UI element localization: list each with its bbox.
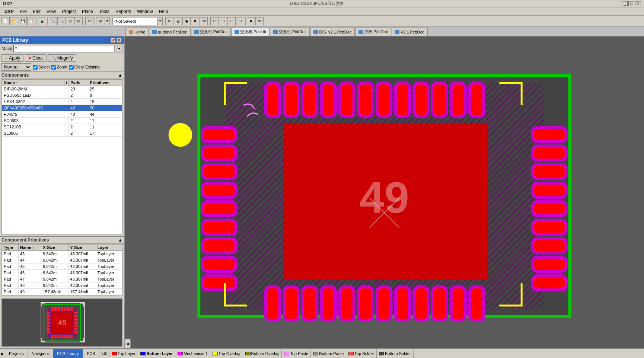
close-button[interactable]: ✕	[635, 1, 641, 6]
text-btn[interactable]: A	[191, 17, 199, 25]
component-row[interactable]: DIP-20-2MM2025	[2, 86, 122, 92]
primitive-row[interactable]: Pad459.842mil43.307milTopLayer	[2, 263, 122, 270]
layer-bottom-overlay[interactable]: Bottom Overlay	[243, 349, 282, 358]
clear-existing-checkbox-item[interactable]: Clear Existing	[69, 65, 100, 70]
col-pads[interactable]: Pads	[69, 80, 88, 86]
zoom-checkbox[interactable]	[51, 65, 56, 70]
document-selector[interactable]: (Not Saved)	[112, 17, 157, 25]
open-btn[interactable]: 📂	[10, 17, 18, 25]
tab-qudong[interactable]: qudong.PcbDoc	[149, 28, 190, 36]
col-primitives[interactable]: Primitives	[88, 80, 122, 86]
layer-mech1[interactable]: Mechanical 1	[175, 349, 210, 358]
col-name[interactable]: Name ↑	[2, 80, 64, 86]
statusbar-scroll-left[interactable]: ▶	[0, 349, 5, 358]
tab-pinban[interactable]: 拼板.PcbDoc	[355, 28, 391, 36]
save-btn[interactable]: 💾	[19, 17, 27, 25]
redo2-btn[interactable]: ↪	[236, 17, 244, 25]
layer-bottom-solder[interactable]: Bottom Solder	[377, 349, 414, 358]
mask-input[interactable]	[13, 45, 115, 52]
fill-btn[interactable]: ■	[247, 17, 255, 25]
menu-dxp[interactable]: DXP	[1, 8, 17, 15]
apply-button[interactable]: ✓ Apply	[1, 54, 23, 62]
primitive-row[interactable]: Pad49157.48mil157.48milTopLayer	[2, 289, 122, 295]
primitive-row[interactable]: Pad449.842mil43.307milTopLayer	[2, 257, 122, 263]
prim-col-xsize[interactable]: X-Size	[41, 244, 68, 251]
mask-dropdown-button[interactable]: ▼	[116, 45, 122, 52]
tab-projects[interactable]: Projects	[5, 349, 28, 358]
grid-dropdown[interactable]: ▼	[105, 17, 110, 25]
layer-bottom-paste[interactable]: Bottom Paste	[311, 349, 346, 358]
menu-help[interactable]: Help	[156, 8, 171, 15]
tab-navigator[interactable]: Navigator	[28, 349, 53, 358]
layer-indicator-ls[interactable]: LS	[99, 349, 109, 358]
layer-top-solder[interactable]: Top Solder	[346, 349, 377, 358]
component-row[interactable]: SL0805217	[2, 130, 122, 137]
filter-mode-select[interactable]: Normal Advanced	[1, 63, 31, 71]
undo-btn[interactable]: ↩	[210, 17, 219, 25]
saveall-btn[interactable]: 📋	[27, 17, 35, 25]
clear-button[interactable]: ✕ Clear	[25, 54, 47, 62]
component-row[interactable]: SC0603217	[2, 118, 122, 124]
primitives-collapse-icon[interactable]: ▲	[118, 237, 122, 243]
menu-file[interactable]: File	[17, 8, 30, 15]
menu-edit[interactable]: Edit	[30, 8, 44, 15]
menu-project[interactable]: Project	[59, 8, 79, 15]
panel-close-button[interactable]: ✕	[117, 38, 122, 43]
menu-place[interactable]: Place	[79, 8, 96, 15]
component-row[interactable]: HSX4-0302415	[2, 99, 122, 105]
tab-v21[interactable]: V2.1.PcbDoc	[392, 28, 428, 36]
clear-existing-checkbox[interactable]	[69, 65, 74, 70]
zoom-in-btn[interactable]: 🔍	[49, 17, 57, 25]
menu-tools[interactable]: Tools	[96, 8, 112, 15]
zoom-area-btn[interactable]: ⊟	[74, 17, 83, 25]
tab-dis[interactable]: DIS_v2.1.PcbDoc	[310, 28, 355, 36]
component-row[interactable]: QFN40P650×650×854970	[2, 105, 122, 111]
grid-btn[interactable]: ⊞	[96, 17, 104, 25]
tab-pcblib[interactable]: 交换机.PcbLib	[231, 28, 270, 36]
snap-btn[interactable]: ✏	[165, 17, 173, 25]
prim-col-layer[interactable]: Layer	[96, 244, 122, 251]
tab-home[interactable]: Home	[125, 28, 149, 36]
design-rule-btn[interactable]: ◉	[182, 17, 191, 25]
undo2-btn[interactable]: ↩	[227, 17, 236, 25]
tab-pcb-library[interactable]: PCB Library	[53, 349, 83, 358]
layer-top[interactable]: Top Layer	[109, 349, 138, 358]
mil-btn[interactable]: mil	[200, 17, 208, 25]
print-btn[interactable]: 🖨	[38, 17, 46, 25]
minimize-button[interactable]: _	[622, 1, 628, 6]
layer-top-overlay[interactable]: Top Overlay	[210, 349, 243, 358]
component-row[interactable]: RJ45*54044	[2, 111, 122, 118]
menu-reports[interactable]: Reports	[112, 8, 134, 15]
component-row[interactable]: SC1210B211	[2, 124, 122, 130]
zoom-checkbox-item[interactable]: Zoom	[51, 65, 67, 70]
new-btn[interactable]: 📄	[1, 17, 10, 25]
tab-pcb[interactable]: PCB	[83, 349, 99, 358]
primitive-row[interactable]: Pad439.842mil43.307milTopLayer	[2, 251, 122, 257]
primitive-row[interactable]: Pad489.842mil43.307milTopLayer	[2, 282, 122, 289]
panel-pin-button[interactable]: 📌	[111, 38, 116, 43]
redo-btn[interactable]: ↪	[219, 17, 227, 25]
layer-top-paste[interactable]: Top Paste	[282, 349, 311, 358]
zoom-fit-btn[interactable]: ⊞	[66, 17, 74, 25]
component-row[interactable]: HSD0603-LED28	[2, 92, 122, 99]
magnify-button[interactable]: 🔍 Magnify	[48, 54, 76, 62]
cut-btn[interactable]: ✂	[85, 17, 93, 25]
layer-bottom[interactable]: Bottom Layer	[138, 349, 175, 358]
tab-pcbdoc1[interactable]: 交换机.PcbDoc	[191, 28, 231, 36]
primitive-row[interactable]: Pad469.842mil43.307milTopLayer	[2, 270, 122, 276]
menu-view[interactable]: View	[44, 8, 59, 15]
col-sort[interactable]: /	[64, 80, 69, 86]
select-checkbox[interactable]	[33, 65, 38, 70]
prim-col-type[interactable]: Type	[2, 244, 19, 251]
prim-col-ysize[interactable]: Y-Size	[68, 244, 96, 251]
prim-col-name[interactable]: Name ↑	[18, 244, 41, 251]
zoom-out-btn[interactable]: 🔍	[57, 17, 66, 25]
tab-pcbdoc2[interactable]: 交换机.PcbDoc	[270, 28, 310, 36]
scroll-left-btn[interactable]: ◀	[125, 339, 131, 348]
components-collapse-icon[interactable]: ▲	[118, 73, 122, 78]
primitive-row[interactable]: Pad479.842mil43.307milTopLayer	[2, 276, 122, 282]
menu-window[interactable]: Window	[134, 8, 156, 15]
3d-btn[interactable]: 3D	[255, 17, 264, 25]
maximize-button[interactable]: □	[628, 1, 634, 6]
interactive-btn[interactable]: ◎	[174, 17, 182, 25]
